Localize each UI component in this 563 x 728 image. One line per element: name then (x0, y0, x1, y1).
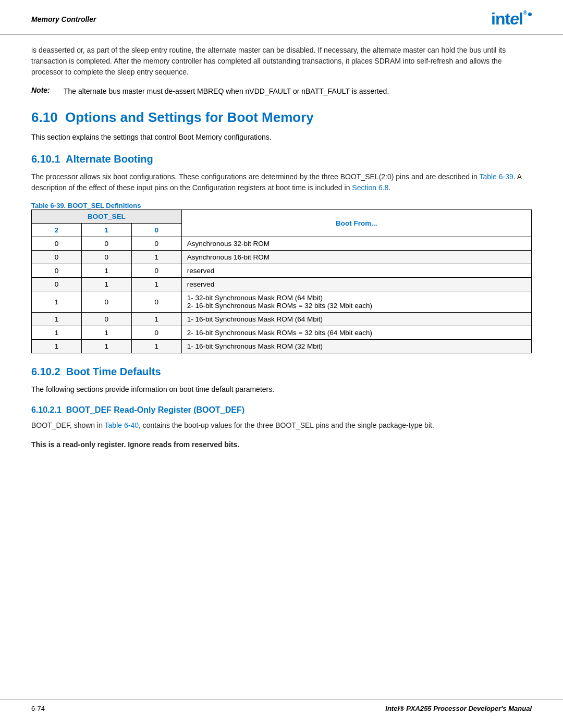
footer-doc-title: Intel® PXA255 Processor Developer's Manu… (385, 705, 532, 712)
table-cell-desc: 1- 32-bit Synchronous Mask ROM (64 Mbit)… (181, 291, 531, 313)
table-cell-col2: 1 (32, 291, 82, 313)
page-header: Memory Controller intel® (0, 0, 563, 34)
section-61021-body2: This is a read-only register. Ignore rea… (31, 439, 532, 450)
table-cell-col1: 0 (81, 251, 131, 264)
footer-page-number: 6-74 (31, 705, 45, 712)
section-610-heading: 6.10 Options and Settings for Boot Memor… (31, 109, 532, 126)
page: Memory Controller intel® is deasserted o… (0, 0, 563, 728)
table-cell-col1: 1 (81, 340, 131, 353)
table-cell-col2: 1 (32, 340, 82, 353)
table-row: 1011- 16-bit Synchronous Mask ROM (64 Mb… (32, 313, 532, 326)
section-6102-desc: The following sections provide informati… (31, 384, 532, 395)
table-cell-col1: 1 (81, 326, 131, 340)
table-cell-desc: reserved (181, 278, 531, 291)
table-row: 1102- 16-bit Synchronous Mask ROMs = 32 … (32, 326, 532, 340)
table-cell-col0: 1 (131, 278, 181, 291)
table-cell-col0: 1 (131, 340, 181, 353)
table-cell-col1: 0 (81, 313, 131, 326)
table-cell-desc: 1- 16-bit Synchronous Mask ROM (32 Mbit) (181, 340, 531, 353)
main-content: is deasserted or, as part of the sleep e… (0, 34, 563, 479)
table-cell-col2: 0 (32, 251, 82, 264)
table-cell-col0: 0 (131, 237, 181, 251)
section-6-8-link[interactable]: Section 6.8 (352, 183, 388, 192)
table-cell-col1: 1 (81, 264, 131, 278)
section-610-desc: This section explains the settings that … (31, 132, 532, 143)
table-row: 011reserved (32, 278, 532, 291)
boot-sel-table: BOOT_SEL Boot From... 2 1 0 000Asynchron… (31, 209, 532, 353)
col-header-2: 2 (32, 224, 82, 237)
table-row: 1111- 16-bit Synchronous Mask ROM (32 Mb… (32, 340, 532, 353)
table-row: 1001- 32-bit Synchronous Mask ROM (64 Mb… (32, 291, 532, 313)
section-61021-heading: 6.10.2.1 BOOT_DEF Read-Only Register (BO… (31, 405, 532, 415)
table-cell-col0: 1 (131, 313, 181, 326)
table-cell-col0: 0 (131, 291, 181, 313)
table-cell-col0: 0 (131, 326, 181, 340)
table-cell-col2: 0 (32, 237, 82, 251)
table-cell-desc: 2- 16-bit Synchronous Mask ROMs = 32 bit… (181, 326, 531, 340)
table-cell-col0: 1 (131, 251, 181, 264)
table-cell-col2: 1 (32, 326, 82, 340)
logo-reg: ® (523, 9, 527, 16)
intro-paragraph: is deasserted or, as part of the sleep e… (31, 45, 532, 78)
table-row: 000Asynchronous 32-bit ROM (32, 237, 532, 251)
table-cell-col0: 0 (131, 264, 181, 278)
table-row: 001Asynchronous 16-bit ROM (32, 251, 532, 264)
table-6-39-link[interactable]: Table 6-39 (479, 172, 513, 181)
table-6-39-caption: Table 6-39. BOOT_SEL Definitions (31, 202, 532, 209)
intel-logo: intel® (491, 9, 532, 29)
section-6102-heading: 6.10.2 Boot Time Defaults (31, 366, 532, 378)
table-cell-col1: 0 (81, 237, 131, 251)
col-header-1: 1 (81, 224, 131, 237)
header-section-title: Memory Controller (31, 15, 96, 23)
note-label: Note: (31, 86, 57, 97)
note-text: The alternate bus master must de-assert … (64, 86, 389, 97)
boot-sel-group-header: BOOT_SEL (32, 210, 182, 224)
table-cell-col1: 0 (81, 291, 131, 313)
table-cell-desc: Asynchronous 16-bit ROM (181, 251, 531, 264)
section-6101-heading: 6.10.1 Alternate Booting (31, 153, 532, 165)
table-cell-col2: 1 (32, 313, 82, 326)
col-header-0: 0 (131, 224, 181, 237)
table-cell-col2: 0 (32, 264, 82, 278)
table-cell-col1: 1 (81, 278, 131, 291)
section-61021-body1: BOOT_DEF, shown in Table 6-40, contains … (31, 420, 532, 431)
logo-dot (528, 13, 532, 16)
boot-from-header: Boot From... (181, 210, 531, 237)
table-row: 010reserved (32, 264, 532, 278)
section-6101-body: The processor allows six boot configurat… (31, 171, 532, 193)
note-block: Note: The alternate bus master must de-a… (31, 86, 532, 97)
table-cell-desc: reserved (181, 264, 531, 278)
table-cell-desc: Asynchronous 32-bit ROM (181, 237, 531, 251)
table-6-40-link[interactable]: Table 6-40 (105, 421, 139, 429)
page-footer: 6-74 Intel® PXA255 Processor Developer's… (0, 699, 563, 718)
logo-text: intel (491, 9, 523, 29)
table-cell-desc: 1- 16-bit Synchronous Mask ROM (64 Mbit) (181, 313, 531, 326)
table-cell-col2: 0 (32, 278, 82, 291)
